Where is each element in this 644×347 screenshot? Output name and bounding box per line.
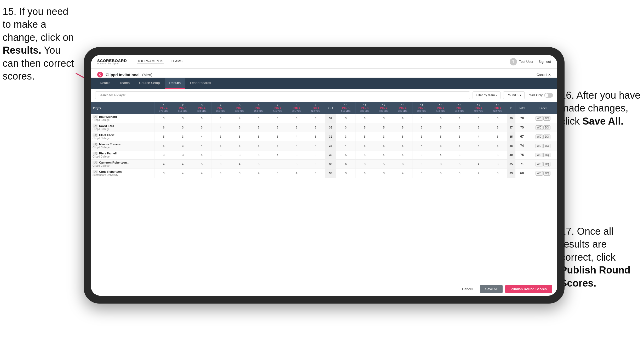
score-hole-4[interactable]: 5: [211, 141, 230, 150]
score-hole-6[interactable]: 5: [249, 132, 268, 141]
score-hole-7[interactable]: 4: [268, 150, 287, 160]
score-hole-8[interactable]: 3: [287, 123, 306, 132]
score-hole-13[interactable]: 4: [393, 150, 412, 160]
score-hole-2[interactable]: 3: [173, 132, 192, 141]
score-hole-8[interactable]: 6: [287, 114, 306, 123]
score-hole-10[interactable]: 3: [336, 169, 355, 178]
score-hole-12[interactable]: 4: [374, 150, 393, 160]
score-hole-5[interactable]: 3: [230, 132, 249, 141]
score-hole-4[interactable]: 3: [211, 132, 230, 141]
score-hole-14[interactable]: 3: [412, 160, 431, 169]
score-hole-1[interactable]: 3: [154, 150, 173, 160]
score-hole-12[interactable]: 5: [374, 141, 393, 150]
score-hole-7[interactable]: 3: [268, 169, 287, 178]
score-hole-8[interactable]: 3: [287, 150, 306, 160]
label-btn-dq[interactable]: DQ: [543, 144, 550, 148]
score-hole-5[interactable]: 4: [230, 160, 249, 169]
score-hole-18[interactable]: 3: [488, 160, 507, 169]
score-hole-7[interactable]: 6: [268, 123, 287, 132]
label-btn-wd[interactable]: WD: [536, 125, 543, 130]
label-btn-dq[interactable]: DQ: [543, 153, 550, 157]
score-hole-7[interactable]: 3: [268, 132, 287, 141]
score-hole-15[interactable]: 5: [431, 169, 450, 178]
score-hole-18[interactable]: 3: [488, 123, 507, 132]
tab-leaderboards[interactable]: Leaderboards: [185, 78, 216, 89]
score-hole-16[interactable]: 3: [450, 132, 469, 141]
score-hole-18[interactable]: 3: [488, 169, 507, 178]
score-hole-2[interactable]: 4: [173, 160, 192, 169]
score-hole-10[interactable]: 3: [336, 114, 355, 123]
score-hole-17[interactable]: 4: [469, 141, 488, 150]
score-hole-3[interactable]: 3: [192, 123, 211, 132]
score-hole-10[interactable]: 3: [336, 123, 355, 132]
label-btn-dq[interactable]: DQ: [543, 116, 550, 121]
score-hole-17[interactable]: 4: [469, 169, 488, 178]
score-hole-16[interactable]: 5: [450, 141, 469, 150]
score-hole-10[interactable]: 4: [336, 141, 355, 150]
score-hole-15[interactable]: 5: [431, 114, 450, 123]
score-hole-15[interactable]: 3: [431, 141, 450, 150]
score-hole-9[interactable]: 5: [306, 114, 325, 123]
score-hole-10[interactable]: 5: [336, 150, 355, 160]
tab-course-setup[interactable]: Course Setup: [134, 78, 165, 89]
score-hole-11[interactable]: 5: [355, 114, 374, 123]
score-hole-9[interactable]: 5: [306, 123, 325, 132]
score-hole-5[interactable]: 3: [230, 169, 249, 178]
score-hole-18[interactable]: 3: [488, 114, 507, 123]
score-hole-13[interactable]: 5: [393, 132, 412, 141]
score-hole-1[interactable]: 5: [154, 132, 173, 141]
score-hole-9[interactable]: 3: [306, 132, 325, 141]
score-hole-6[interactable]: 5: [249, 150, 268, 160]
score-hole-17[interactable]: 5: [469, 150, 488, 160]
round-selector-button[interactable]: Round 3 ▾: [503, 91, 524, 99]
score-hole-16[interactable]: 3: [450, 123, 469, 132]
score-hole-5[interactable]: 4: [230, 114, 249, 123]
score-hole-11[interactable]: 5: [355, 169, 374, 178]
score-hole-16[interactable]: 5: [450, 160, 469, 169]
score-hole-2[interactable]: 3: [173, 150, 192, 160]
label-btn-wd[interactable]: WD: [536, 144, 543, 148]
score-hole-8[interactable]: 5: [287, 160, 306, 169]
score-hole-9[interactable]: 5: [306, 150, 325, 160]
score-hole-11[interactable]: 3: [355, 160, 374, 169]
score-hole-9[interactable]: 5: [306, 169, 325, 178]
label-btn-dq[interactable]: DQ: [543, 135, 550, 139]
tab-teams[interactable]: Teams: [115, 78, 134, 89]
label-btn-dq[interactable]: DQ: [543, 171, 550, 176]
score-hole-16[interactable]: 3: [450, 169, 469, 178]
totals-toggle-switch[interactable]: [544, 93, 553, 98]
filter-by-team-button[interactable]: Filter by team ▾: [473, 91, 501, 99]
tab-details[interactable]: Details: [95, 78, 115, 89]
score-hole-3[interactable]: 5: [192, 114, 211, 123]
score-hole-11[interactable]: 5: [355, 150, 374, 160]
score-hole-1[interactable]: 3: [154, 114, 173, 123]
score-hole-13[interactable]: 5: [393, 141, 412, 150]
score-hole-11[interactable]: 5: [355, 123, 374, 132]
score-hole-8[interactable]: 4: [287, 141, 306, 150]
score-hole-10[interactable]: 6: [336, 160, 355, 169]
save-all-button[interactable]: Save All: [480, 285, 503, 293]
score-hole-3[interactable]: 5: [192, 160, 211, 169]
score-hole-6[interactable]: 4: [249, 169, 268, 178]
score-hole-4[interactable]: 5: [211, 169, 230, 178]
score-hole-1[interactable]: 5: [154, 141, 173, 150]
score-hole-14[interactable]: 3: [412, 150, 431, 160]
score-hole-9[interactable]: 3: [306, 160, 325, 169]
score-hole-12[interactable]: 3: [374, 132, 393, 141]
label-btn-dq[interactable]: DQ: [543, 162, 550, 166]
publish-round-scores-button[interactable]: Publish Round Scores: [505, 285, 552, 293]
score-hole-3[interactable]: 4: [192, 132, 211, 141]
score-hole-5[interactable]: 3: [230, 123, 249, 132]
score-hole-17[interactable]: 5: [469, 123, 488, 132]
score-hole-10[interactable]: 3: [336, 132, 355, 141]
label-btn-wd[interactable]: WD: [536, 171, 543, 176]
nav-tournaments[interactable]: TOURNAMENTS: [137, 59, 163, 64]
score-hole-18[interactable]: 6: [488, 150, 507, 160]
score-hole-14[interactable]: 4: [412, 141, 431, 150]
tab-results[interactable]: Results: [165, 78, 185, 89]
score-hole-15[interactable]: 5: [431, 132, 450, 141]
score-hole-14[interactable]: 3: [412, 132, 431, 141]
label-btn-wd[interactable]: WD: [536, 153, 543, 157]
score-hole-15[interactable]: 5: [431, 123, 450, 132]
score-hole-17[interactable]: 5: [469, 114, 488, 123]
